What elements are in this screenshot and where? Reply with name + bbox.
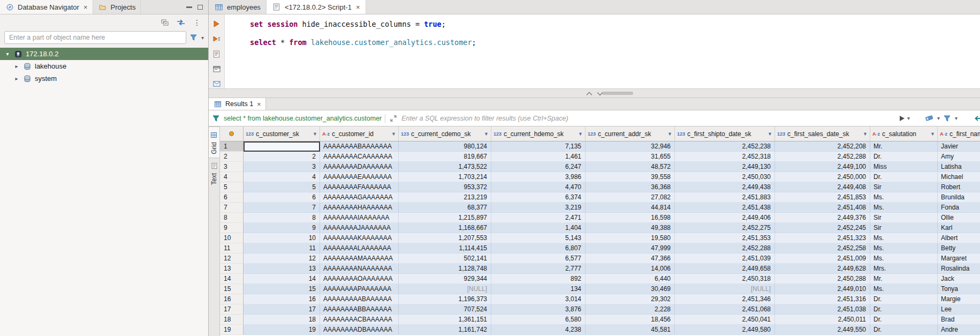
- grid-cell[interactable]: 2,449,406: [675, 213, 775, 223]
- grid-cell[interactable]: 2,452,208: [775, 141, 870, 152]
- tab-grid-presentation[interactable]: Grid: [209, 126, 220, 158]
- grid-cell[interactable]: 2,449,438: [675, 182, 775, 192]
- grid-cell[interactable]: Ollie: [938, 213, 980, 223]
- grid-cell[interactable]: AAAAAAAACAAAAAAA: [320, 152, 399, 162]
- grid-cell[interactable]: 953,372: [399, 182, 491, 192]
- grid-cell[interactable]: 3,219: [491, 203, 586, 213]
- grid-cell[interactable]: 980,124: [399, 141, 491, 152]
- grid-cell[interactable]: AAAAAAAAHAAAAAAA: [320, 203, 399, 213]
- row-number[interactable]: 16: [220, 294, 244, 304]
- grid-cell[interactable]: AAAAAAAAIAAAAAAA: [320, 213, 399, 223]
- grid-cell[interactable]: 2,449,010: [775, 284, 870, 294]
- grid-cell[interactable]: 2,450,030: [675, 172, 775, 182]
- row-number[interactable]: 18: [220, 315, 244, 325]
- grid-cell[interactable]: 2,451,346: [675, 294, 775, 304]
- sort-dropdown-icon[interactable]: ▼: [768, 131, 772, 137]
- column-header-c_current_hdemo_sk[interactable]: 123c_current_hdemo_sk▼: [491, 126, 586, 141]
- grid-cell[interactable]: AAAAAAAAABAAAAAA: [320, 294, 399, 304]
- tree-item-system[interactable]: ▸system: [0, 72, 208, 85]
- grid-cell[interactable]: Amy: [938, 152, 980, 162]
- column-header-c_current_cdemo_sk[interactable]: 123c_current_cdemo_sk▼: [399, 126, 491, 141]
- row-number[interactable]: 5: [220, 182, 244, 192]
- grid-cell[interactable]: AAAAAAAAPAAAAAAA: [320, 284, 399, 294]
- grid-cell[interactable]: 134: [491, 284, 586, 294]
- grid-cell[interactable]: 502,141: [399, 253, 491, 264]
- apply-filter-icon[interactable]: [900, 116, 905, 121]
- grid-cell[interactable]: Tonya: [938, 284, 980, 294]
- grid-cell[interactable]: Dr.: [870, 172, 938, 182]
- grid-cell[interactable]: Javier: [938, 141, 980, 152]
- row-number[interactable]: 1: [220, 141, 244, 152]
- arrow-left-icon[interactable]: [973, 114, 980, 123]
- grid-cell[interactable]: 5: [244, 182, 320, 192]
- execute-statement-icon[interactable]: [212, 19, 222, 28]
- output-log-icon[interactable]: [212, 79, 222, 88]
- grid-cell[interactable]: 11: [244, 243, 320, 253]
- grid-cell[interactable]: 819,667: [399, 152, 491, 162]
- sort-dropdown-icon[interactable]: ▼: [667, 131, 672, 137]
- grid-cell[interactable]: 6,580: [491, 315, 586, 325]
- link-editor-icon[interactable]: [176, 18, 186, 27]
- grid-cell[interactable]: 39,558: [586, 172, 675, 182]
- column-header-c_customer_id[interactable]: A-zc_customer_id▼: [320, 126, 399, 141]
- row-number[interactable]: 4: [220, 172, 244, 182]
- sort-dropdown-icon[interactable]: ▼: [313, 131, 317, 137]
- grid-cell[interactable]: 47,999: [586, 243, 675, 253]
- grid-cell[interactable]: 929,344: [399, 274, 491, 284]
- collapse-up-icon[interactable]: [586, 89, 592, 98]
- expand-filter-icon[interactable]: [389, 114, 398, 123]
- grid-cell[interactable]: 47,366: [586, 253, 675, 264]
- grid-cell[interactable]: 29,302: [586, 294, 675, 304]
- chevron-down-icon[interactable]: ▾: [4, 51, 11, 57]
- grid-cell[interactable]: Sir: [870, 182, 938, 192]
- close-icon[interactable]: ×: [257, 100, 261, 108]
- grid-cell[interactable]: Ms.: [870, 203, 938, 213]
- grid-cell[interactable]: 4,238: [491, 325, 586, 335]
- grid-cell[interactable]: 2,449,550: [775, 325, 870, 335]
- grid-cell[interactable]: 3,014: [491, 294, 586, 304]
- grid-cell[interactable]: 1,361,151: [399, 315, 491, 325]
- row-number[interactable]: 10: [220, 233, 244, 243]
- sql-code[interactable]: set session hide_inaccessible_columns = …: [225, 14, 476, 88]
- column-header-c_customer_sk[interactable]: 123c_customer_sk▼: [244, 126, 320, 141]
- chevron-down-icon[interactable]: ▾: [907, 115, 910, 121]
- editor-results-sash[interactable]: [209, 88, 980, 98]
- grid-cell[interactable]: 892: [491, 274, 586, 284]
- grid-cell[interactable]: AAAAAAAAFAAAAAAA: [320, 182, 399, 192]
- row-number[interactable]: 15: [220, 284, 244, 294]
- grid-cell[interactable]: 7,135: [491, 141, 586, 152]
- row-number[interactable]: 11: [220, 243, 244, 253]
- column-header-c_first_shipto_date_sk[interactable]: 123c_first_shipto_date_sk▼: [675, 126, 775, 141]
- row-number[interactable]: 8: [220, 213, 244, 223]
- grid-cell[interactable]: 18: [244, 315, 320, 325]
- grid-cell[interactable]: 2,451,068: [675, 304, 775, 315]
- grid-cell[interactable]: 6,440: [586, 274, 675, 284]
- sort-dropdown-icon[interactable]: ▼: [484, 131, 489, 137]
- row-number[interactable]: 6: [220, 192, 244, 203]
- tab-script-1[interactable]: <172.18.0.2> Script-1 ×: [267, 0, 366, 14]
- sql-filter-input[interactable]: [401, 115, 897, 122]
- grid-cell[interactable]: 707,524: [399, 304, 491, 315]
- grid-cell[interactable]: 27,082: [586, 192, 675, 203]
- grid-cell[interactable]: AAAAAAAAMAAAAAAA: [320, 253, 399, 264]
- grid-cell[interactable]: 1,207,553: [399, 233, 491, 243]
- grid-cell[interactable]: Miss: [870, 162, 938, 172]
- grid-cell[interactable]: 1,168,667: [399, 223, 491, 233]
- grid-cell[interactable]: 2,452,258: [775, 243, 870, 253]
- grid-cell[interactable]: 2,449,408: [775, 182, 870, 192]
- column-header-c_salutation[interactable]: A-zc_salutation▼: [870, 126, 938, 141]
- grid-cell[interactable]: AAAAAAAAOAAAAAAA: [320, 274, 399, 284]
- sort-dropdown-icon[interactable]: ▼: [391, 131, 396, 137]
- grid-cell[interactable]: 14,006: [586, 264, 675, 274]
- grid-cell[interactable]: 2,450,041: [675, 315, 775, 325]
- grid-cell[interactable]: 2,449,628: [775, 264, 870, 274]
- custom-filter-icon[interactable]: [211, 114, 221, 123]
- grid-cell[interactable]: 7: [244, 203, 320, 213]
- grid-cell[interactable]: Ms.: [870, 192, 938, 203]
- grid-cell[interactable]: 6: [244, 192, 320, 203]
- grid-cell[interactable]: Dr.: [870, 294, 938, 304]
- grid-cell[interactable]: [244, 141, 320, 152]
- grid-cell[interactable]: 2,228: [586, 304, 675, 315]
- grid-cell[interactable]: 16,598: [586, 213, 675, 223]
- collapse-all-icon[interactable]: [160, 18, 170, 27]
